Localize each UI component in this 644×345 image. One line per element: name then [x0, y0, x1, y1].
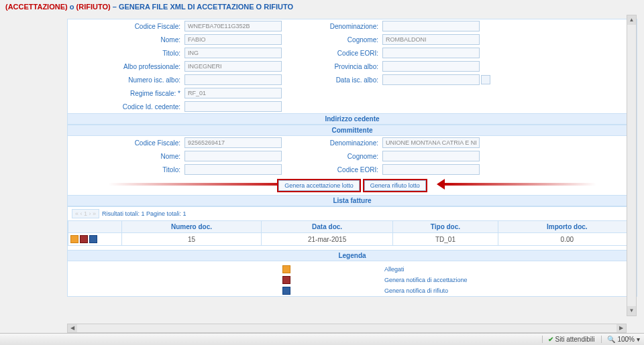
status-bar: ✔ Siti attendibili 🔍 100% ▾	[0, 333, 644, 345]
icon-b-legend-icon	[282, 276, 290, 284]
field-label: Data isc. albo:	[302, 76, 382, 84]
cell-importo: 0.00	[498, 233, 636, 246]
section-label: Committente	[331, 127, 372, 134]
field-label: Codice EORI:	[302, 166, 382, 174]
scroll-left-icon[interactable]: ◀	[68, 324, 77, 332]
form-row: Codice Fiscale:Denominazione:	[68, 19, 637, 33]
cell-numero: 15	[122, 233, 262, 246]
field-label: Nome:	[70, 153, 184, 160]
icon-a-legend-icon	[282, 265, 290, 273]
field-label: Provincia albo:	[302, 63, 382, 70]
form-row: Numero isc. albo:Data isc. albo:	[68, 73, 637, 86]
text-input[interactable]	[184, 101, 282, 112]
field-label: Titolo:	[70, 50, 184, 57]
text-input[interactable]	[382, 61, 480, 72]
section-label: Lista fatture	[333, 197, 371, 204]
column-header	[68, 221, 122, 233]
committente-form: Codice Fiscale:Denominazione:Nome:Cognom…	[68, 136, 637, 176]
text-input[interactable]	[184, 61, 282, 72]
legend-label: Genera notifica di rifiuto	[384, 287, 448, 294]
zoom-icon: 🔍	[607, 336, 615, 343]
icon-c-legend-icon	[282, 287, 290, 295]
text-input[interactable]	[382, 21, 480, 31]
field-label: Albo professionale:	[70, 63, 184, 70]
section-indirizzo-cedente[interactable]: Indirizzo cedente +	[68, 113, 637, 125]
column-header: Data doc.	[261, 221, 392, 233]
genera-rifiuto-button[interactable]: Genera rifiuto lotto	[364, 180, 426, 191]
form-row: Albo professionale:Provincia albo:	[68, 60, 637, 73]
legend-item: Allegati	[68, 264, 637, 275]
section-legenda: Legenda	[68, 250, 637, 261]
section-lista-fatture: Lista fatture	[68, 195, 637, 206]
horizontal-scrollbar[interactable]: ◀ ▶	[67, 324, 627, 333]
page-title: (ACCETTAZIONE) o (RIFIUTO) – GENERA FILE…	[0, 0, 644, 13]
legend-list: AllegatiGenera notifica di accettazioneG…	[68, 264, 637, 296]
table-row[interactable]: 1521-mar-2015TD_010.00	[68, 233, 637, 246]
form-row: Nome:Cognome:	[68, 149, 637, 163]
vertical-scrollbar[interactable]: ▲ ▼	[627, 15, 637, 316]
field-label: Codice Fiscale:	[70, 139, 184, 147]
scroll-right-icon[interactable]: ▶	[616, 324, 626, 332]
field-label: Cognome:	[302, 153, 382, 160]
text-input[interactable]	[382, 48, 480, 58]
b-action-icon[interactable]	[80, 235, 88, 243]
fatture-table: Numero doc.Data doc.Tipo doc.Importo doc…	[68, 220, 637, 246]
text-input[interactable]	[184, 34, 282, 45]
field-label: Numero isc. albo:	[70, 76, 184, 84]
field-label: Codice Id. cedente:	[70, 103, 184, 111]
form-row: Regime fiscale: *	[68, 86, 637, 100]
section-label: Legenda	[338, 252, 366, 259]
text-input[interactable]	[382, 74, 480, 85]
form-row: Codice Id. cedente:	[68, 100, 637, 113]
pager[interactable]: « ‹ 1 › »	[72, 209, 99, 218]
text-input[interactable]	[184, 164, 282, 175]
field-label: Denominazione:	[302, 139, 382, 147]
generate-buttons-row: Genera accettazione lotto Genera rifiuto…	[68, 176, 637, 195]
text-input[interactable]	[184, 151, 282, 161]
status-trusted-sites: ✔ Siti attendibili	[542, 336, 595, 343]
row-actions	[68, 233, 122, 246]
text-input[interactable]	[382, 151, 480, 161]
form-row: Codice Fiscale:Denominazione:	[68, 136, 637, 149]
form-row: Titolo:Codice EORI:	[68, 46, 637, 60]
genera-accettazione-button[interactable]: Genera accettazione lotto	[278, 180, 360, 191]
field-label: Nome:	[70, 36, 184, 44]
text-input[interactable]	[184, 74, 282, 85]
cell-tipo: TD_01	[393, 233, 498, 246]
section-committente: Committente	[68, 125, 637, 136]
zoom-value: 100%	[617, 336, 635, 343]
lista-fatture-table-wrap: « ‹ 1 › » Risultati totali: 1 Pagine tot…	[68, 206, 637, 246]
main-panel: Codice Fiscale:Denominazione:Nome:Cognom…	[67, 19, 637, 297]
form-row: Titolo:Codice EORI:	[68, 163, 637, 176]
scroll-up-icon[interactable]: ▲	[627, 15, 636, 25]
status-zoom[interactable]: 🔍 100% ▾	[601, 336, 640, 343]
table-toolbar: « ‹ 1 › » Risultati totali: 1 Pagine tot…	[68, 207, 637, 220]
legend-item: Genera notifica di rifiuto	[68, 285, 637, 296]
column-header: Importo doc.	[498, 221, 636, 233]
text-input[interactable]	[382, 164, 480, 175]
legend-item: Genera notifica di accettazione	[68, 275, 637, 285]
status-text: Siti attendibili	[555, 336, 595, 343]
form-row: Nome:Cognome:	[68, 33, 637, 46]
text-input[interactable]	[184, 137, 282, 148]
legend-label: Genera notifica di accettazione	[384, 277, 468, 283]
field-label: Cognome:	[302, 36, 382, 44]
c-action-icon[interactable]	[89, 235, 97, 243]
text-input[interactable]	[184, 88, 282, 98]
text-input[interactable]	[382, 34, 480, 45]
arrow-right-annotation	[442, 183, 596, 186]
text-input[interactable]	[184, 21, 282, 31]
legend-label: Allegati	[384, 266, 405, 273]
column-header: Numero doc.	[122, 221, 262, 233]
arrow-left-annotation	[108, 183, 296, 186]
cell-data: 21-mar-2015	[261, 233, 392, 246]
column-header: Tipo doc.	[393, 221, 498, 233]
field-label: Regime fiscale: *	[70, 90, 184, 97]
a-action-icon[interactable]	[70, 235, 78, 243]
scroll-down-icon[interactable]: ▼	[627, 306, 636, 316]
calendar-icon[interactable]	[481, 75, 490, 84]
text-input[interactable]	[184, 48, 282, 58]
cedente-form: Codice Fiscale:Denominazione:Nome:Cognom…	[68, 19, 637, 113]
field-label: Codice EORI:	[302, 50, 382, 57]
text-input[interactable]	[382, 137, 480, 148]
